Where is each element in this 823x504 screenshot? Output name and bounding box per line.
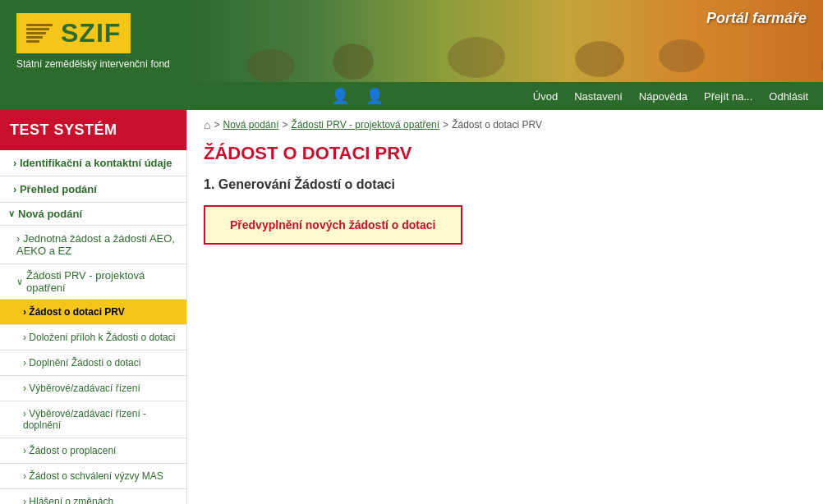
sidebar-link-vyberove-doplneni[interactable]: Výběrové/zadávací řízení - doplnění <box>0 401 186 438</box>
sidebar-link-doplneni[interactable]: Doplnění Žádosti o dotaci <box>0 351 186 375</box>
predvyplneni-button[interactable]: Předvyplnění nových žádostí o dotaci <box>204 205 462 245</box>
sidebar-item-identifikacni: Identifikační a kontaktní údaje <box>0 150 186 176</box>
content-area: ⌂ > Nová podání > Žádosti PRV - projekto… <box>187 110 823 504</box>
test-system-label: TEST SYSTÉM <box>0 110 186 150</box>
sidebar-item-zadost-proplaceni: Žádost o proplacení <box>0 438 186 464</box>
sidebar-header-zadosti-prv[interactable]: Žádosti PRV - projektová opatření <box>0 264 186 300</box>
sidebar-item-hlaseni: Hlášení o změnách <box>0 489 186 504</box>
logo-subtitle: Státní zemědělský intervenční fond <box>16 58 170 70</box>
navbar-icons: 👤 👤 <box>331 87 384 105</box>
home-icon[interactable]: ⌂ <box>204 118 210 131</box>
sidebar-link-vyberove[interactable]: Výběrové/zadávací řízení <box>0 376 186 401</box>
nav-napoveda[interactable]: Nápověda <box>632 87 694 106</box>
sidebar-item-doplneni: Doplnění Žádosti o dotaci <box>0 351 186 376</box>
navbar-links: Úvod Nastavení Nápověda Přejít na... Odh… <box>526 87 815 106</box>
nav-odhlasit[interactable]: Odhlásit <box>762 87 815 106</box>
sidebar-item-prehled: Přehled podání <box>0 176 186 203</box>
sidebar-item-zadost-schvaleni: Žádost o schválení výzvy MAS <box>0 464 186 489</box>
breadcrumb-nova-podani[interactable]: Nová podání <box>223 119 278 131</box>
nav-nastaveni[interactable]: Nastavení <box>568 87 629 106</box>
sidebar-item-zadost-dotaci-prv: Žádost o dotaci PRV <box>0 300 186 325</box>
logo-box: SZIF <box>16 13 131 53</box>
sidebar-link-dolozeni[interactable]: Doložení příloh k Žádosti o dotaci <box>0 325 186 350</box>
header: SZIF Státní zemědělský intervenční fond … <box>0 0 823 82</box>
logo-lines-icon <box>26 24 53 43</box>
user-icon[interactable]: 👤 <box>331 87 349 105</box>
user2-icon[interactable]: 👤 <box>366 87 384 105</box>
sidebar-item-vyberove-doplneni: Výběrové/zadávací řízení - doplnění <box>0 401 186 438</box>
header-image: Portál farmáře <box>189 0 823 82</box>
nav-uvod[interactable]: Úvod <box>526 87 564 106</box>
section-heading: 1. Generování Žádostí o dotaci <box>204 177 807 192</box>
sidebar-header-nova-podani[interactable]: Nová podání <box>0 203 186 226</box>
sidebar-link-identifikacni[interactable]: Identifikační a kontaktní údaje <box>0 150 186 176</box>
sidebar-link-zadost-schvaleni[interactable]: Žádost o schválení výzvy MAS <box>0 464 186 488</box>
logo-area: SZIF Státní zemědělský intervenční fond <box>0 0 189 82</box>
portal-label: Portál farmáře <box>706 10 807 27</box>
page-title: ŽÁDOST O DOTACI PRV <box>204 143 807 164</box>
sidebar: TEST SYSTÉM Identifikační a kontaktní úd… <box>0 110 187 504</box>
sidebar-item-vyberove: Výběrové/zadávací řízení <box>0 376 186 401</box>
navbar: 👤 👤 Úvod Nastavení Nápověda Přejít na...… <box>0 82 823 110</box>
sidebar-link-jednotna[interactable]: Jednotná žádost a žádosti AEO, AEKO a EZ <box>0 226 186 263</box>
sidebar-link-zadost-proplaceni[interactable]: Žádost o proplacení <box>0 438 186 463</box>
sidebar-item-dolozeni: Doložení příloh k Žádosti o dotaci <box>0 325 186 351</box>
sidebar-link-prehled[interactable]: Přehled podání <box>0 176 186 202</box>
breadcrumb-current: Žádost o dotaci PRV <box>452 119 542 131</box>
szif-logo-text: SZIF <box>61 18 121 48</box>
breadcrumb: ⌂ > Nová podání > Žádosti PRV - projekto… <box>204 118 807 131</box>
sidebar-item-jednotna: Jednotná žádost a žádosti AEO, AEKO a EZ <box>0 226 186 264</box>
sidebar-link-zadost-dotaci-prv[interactable]: Žádost o dotaci PRV <box>0 300 186 324</box>
nav-prejit[interactable]: Přejít na... <box>697 87 759 106</box>
main-layout: TEST SYSTÉM Identifikační a kontaktní úd… <box>0 110 823 504</box>
sidebar-link-hlaseni[interactable]: Hlášení o změnách <box>0 489 186 504</box>
breadcrumb-zadosti-prv[interactable]: Žádosti PRV - projektová opatření <box>292 119 440 131</box>
